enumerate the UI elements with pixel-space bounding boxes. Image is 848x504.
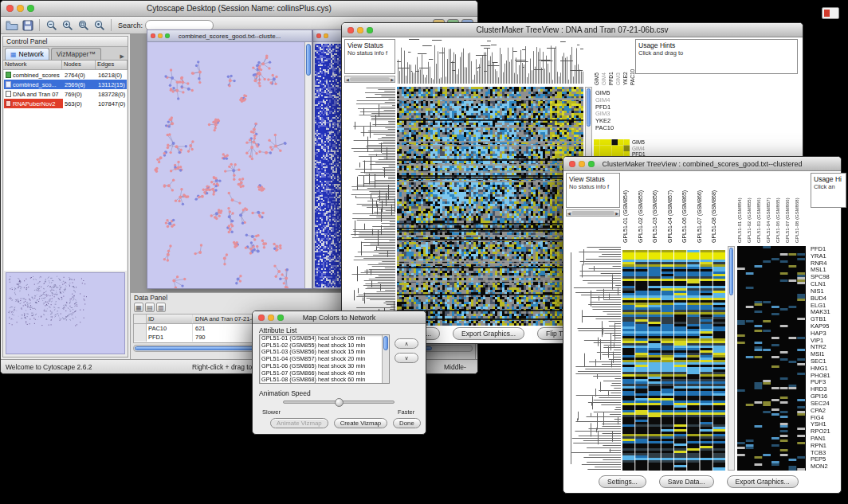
close-button[interactable] [258,315,265,321]
close-button[interactable] [347,27,354,33]
gene-label[interactable]: MON2 [811,463,841,471]
network-frame-title: combined_scores_good.txt--cluste... [179,33,281,40]
move-down-button[interactable]: ∨ [395,353,418,363]
network-overview-panel[interactable] [6,272,125,354]
maximize-button[interactable] [277,315,284,321]
network-list-row[interactable]: DNA and Tran 07769(0)183728(0) [4,89,127,99]
maximize-button[interactable] [588,161,595,167]
right-arrow-icon[interactable]: ▶ [615,211,618,216]
open-folder-icon[interactable] [5,18,18,32]
condition-label-small: GPL51-03 (GSM856) [756,173,766,243]
scrollbar-thumb[interactable] [587,88,591,127]
scrollbar-thumb[interactable] [729,248,733,295]
column-header-nodes[interactable]: Nodes [62,61,96,69]
map-colors-titlebar[interactable]: Map Colors to Network [253,311,426,324]
network-list-row[interactable]: RNAPuberNov2563(0)107847(0) [4,99,127,108]
treeview-combined-titlebar[interactable]: ClusterMaker TreeView : combined_scores_… [563,157,841,171]
treeview-dna-titlebar[interactable]: ClusterMaker TreeView : DNA and Tran 07-… [342,23,803,37]
list-vertical-scrollbar[interactable] [382,335,389,383]
maximize-button[interactable] [165,33,170,38]
condition-label: GPL51-08 (GSM868) [711,173,726,243]
tab-vizmapper[interactable]: VizMapper™ [51,48,101,60]
network-frame-titlebar[interactable]: combined_scores_good.txt--cluste... [147,30,312,42]
network-vertical-scrollbar[interactable] [304,42,312,288]
scrollbar-thumb[interactable] [306,44,311,76]
matrix-gene-label: GIM5 [632,139,664,146]
maximize-button[interactable] [27,5,34,12]
right-arrow-icon[interactable]: ▶ [391,77,394,82]
left-arrow-icon[interactable]: ◀ [567,211,571,216]
map-colors-title: Map Colors to Network [303,314,376,322]
network-list-row[interactable]: combined_sco...2569(6)13112(15) [4,80,127,89]
network-overview-canvas[interactable] [6,273,124,354]
zoom-in-icon[interactable] [61,18,74,32]
treeview-combined-title: ClusterMaker TreeView : combined_scores_… [603,160,803,168]
close-button[interactable] [316,33,321,38]
network-list-row[interactable]: combined_scores2764(0)16218(0) [4,70,127,80]
heatmap-canvas[interactable] [397,87,583,326]
attribute-list-item[interactable]: GPL51-08 (GSM868) heat shock 60 min [260,377,382,383]
condition-label-small: GPL51-02 (GSM855) [747,173,756,243]
close-button[interactable] [6,5,14,12]
close-button[interactable] [569,161,575,167]
row-dendrogram-canvas[interactable] [566,246,621,471]
column-header-edges[interactable]: Edges [96,61,128,69]
row-header-cell [134,315,147,323]
cytoscape-titlebar[interactable]: Cytoscape Desktop (Session Name: collins… [1,1,477,17]
attribute-list-label: Attribute List [259,326,296,334]
minimize-button[interactable] [579,161,585,167]
treeview-combined-button-1[interactable]: Save Data... [659,475,714,488]
network-file-icon [6,81,11,88]
minimize-button[interactable] [268,315,274,321]
desktop-file-icon[interactable] [822,7,839,19]
attribute-create-icon[interactable]: ▤ [145,303,155,312]
scrollbar-thumb[interactable] [383,336,388,350]
maximize-button[interactable] [367,27,373,33]
zoom-fit-icon[interactable] [77,18,90,32]
condition-label: GPL51-06 (GSM865) [681,173,697,243]
move-up-button[interactable]: ∧ [395,338,418,349]
column-header-network[interactable]: Network [3,61,62,69]
left-arrow-icon[interactable]: ◀ [346,77,349,82]
condition-label-small: GPL51-01 (GSM854) [737,173,747,243]
map-colors-button-1[interactable]: Create Vizmap [334,418,387,428]
gene-label[interactable]: PAC10 [595,125,630,132]
network-name-cell: combined_sco... [4,80,63,89]
minimize-button[interactable] [17,5,24,12]
zoom-out-icon[interactable] [45,18,58,32]
treeview-combined-button-0[interactable]: Settings... [599,475,646,488]
heatmap-canvas[interactable] [622,246,726,471]
attribute-delete-icon[interactable]: ▥ [156,303,166,312]
summary-heatmap-canvas[interactable] [737,246,806,471]
usage-hints-text: Click and drag to [638,49,795,57]
save-icon[interactable] [21,18,34,32]
column-gene-label: GIM5 [594,39,601,85]
column-dendrogram-canvas[interactable] [397,39,583,84]
scrollbar-thumb[interactable] [571,211,614,215]
horizontal-scrollbar[interactable]: ◀▶ [566,209,620,217]
condition-label-small: GPL51-07 (GSM866) [785,173,795,243]
horizontal-scrollbar[interactable]: ◀▶ [344,76,395,83]
minimize-button[interactable] [357,27,363,33]
network-graph-canvas[interactable] [147,42,304,288]
slider-thumb[interactable] [335,398,344,407]
close-button[interactable] [151,33,155,38]
treeview-dna-button-1[interactable]: Export Graphics... [453,327,524,340]
minimize-button[interactable] [158,33,163,38]
scrollbar-thumb[interactable] [350,77,390,81]
attribute-select-icon[interactable]: ▦ [134,303,143,312]
animation-speed-slider[interactable] [283,400,395,404]
row-dendrogram-canvas[interactable] [344,87,395,326]
network-name: RNAPuberNov2 [13,100,55,107]
column-header-id[interactable]: ID [147,315,193,323]
tab-network[interactable]: ▦ Network [5,48,49,60]
treeview-combined-button-2[interactable]: Export Graphics... [727,475,799,488]
heatmap-vertical-scrollbar[interactable] [728,246,735,471]
map-colors-button-2[interactable]: Done [393,418,421,428]
attribute-listbox: GPL51-01 (GSM854) heat shock 05 minGPL51… [259,334,390,384]
minimize-button[interactable] [324,33,328,38]
zoom-selected-icon[interactable] [92,18,106,32]
condition-label: GPL51-01 (GSM854) [622,173,638,243]
tab-overflow-arrow[interactable]: ▶ [119,53,126,60]
window-controls [569,161,595,167]
